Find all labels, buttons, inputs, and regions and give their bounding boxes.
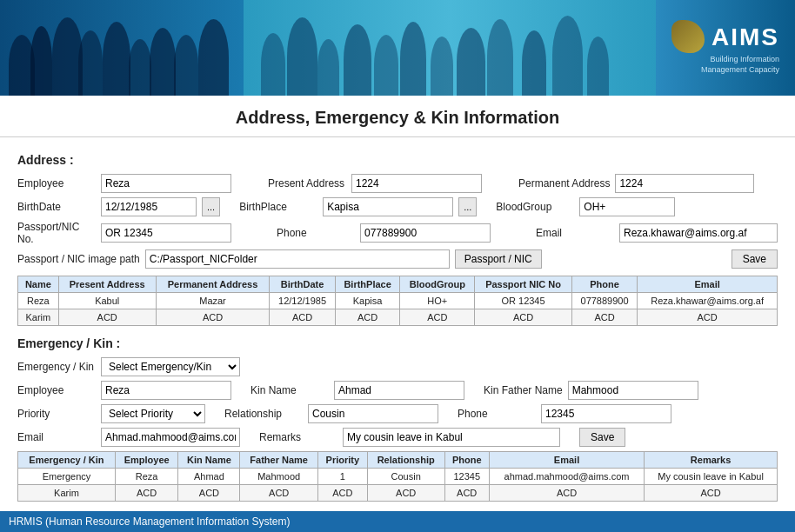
address-section-title: Address : bbox=[17, 153, 778, 167]
table-cell: ACD bbox=[156, 309, 270, 326]
table-cell: Reza bbox=[18, 293, 59, 309]
bloodgroup-input[interactable] bbox=[579, 197, 675, 216]
phone-input[interactable] bbox=[360, 223, 491, 243]
ecol-employee: Employee bbox=[115, 452, 177, 469]
footer-bar: HRMIS (Human Resource Management Informa… bbox=[0, 511, 795, 521]
col-phone: Phone bbox=[571, 276, 637, 293]
aims-subtitle: Building Information Management Capacity bbox=[671, 55, 779, 75]
ecol-email: Email bbox=[489, 452, 644, 469]
passport-nic-btn[interactable]: Passport / NIC bbox=[455, 249, 542, 269]
aims-logo: AIMS Building Information Management Cap… bbox=[671, 20, 779, 75]
table-cell: 12/12/1985 bbox=[270, 293, 335, 309]
table-cell: Kabul bbox=[58, 293, 156, 309]
table-cell: ahmad.mahmood@aims.com bbox=[489, 469, 644, 485]
table-cell: Karim bbox=[18, 309, 59, 326]
phone-label: Phone bbox=[277, 227, 355, 239]
address-save-btn[interactable]: Save bbox=[732, 249, 778, 269]
col-name: Name bbox=[18, 276, 59, 293]
table-cell: Cousin bbox=[367, 469, 444, 485]
present-address-input[interactable] bbox=[351, 174, 482, 193]
col-bloodgroup: BloodGroup bbox=[400, 276, 475, 293]
table-row: EmergencyRezaAhmadMahmood1Cousin12345ahm… bbox=[18, 469, 778, 485]
emergency-kin-row: Emergency / Kin Select Emergency/Kin Eme… bbox=[17, 357, 778, 376]
col-present-address: Present Address bbox=[58, 276, 156, 293]
table-cell: ACD bbox=[317, 485, 367, 502]
table-row: KarimACDACDACDACDACDACDACDACD bbox=[18, 485, 778, 502]
table-cell: ACD bbox=[444, 485, 489, 502]
table-cell: ACD bbox=[115, 485, 177, 502]
table-cell: Reza.khawar@aims.org.af bbox=[638, 293, 778, 309]
relationship-label: Relationship bbox=[224, 408, 303, 420]
image-path-row: Passport / NIC image path Passport / NIC… bbox=[17, 249, 778, 269]
header-banner: AIMS Building Information Management Cap… bbox=[0, 0, 795, 96]
col-birthplace: BirthPlace bbox=[335, 276, 400, 293]
emergency-table: Emergency / Kin Employee Kin Name Father… bbox=[17, 451, 778, 502]
table-cell: Reza bbox=[115, 469, 177, 485]
table-cell: Emergency bbox=[18, 469, 116, 485]
birthplace-picker-btn[interactable]: ... bbox=[458, 197, 477, 216]
table-cell: ACD bbox=[367, 485, 444, 502]
main-content: Address : Employee Present Address Perma… bbox=[0, 137, 795, 521]
birthdate-picker-btn[interactable]: ... bbox=[202, 197, 220, 216]
emergency-kin-label: Emergency / Kin bbox=[17, 361, 96, 373]
relationship-input[interactable] bbox=[308, 404, 438, 423]
aims-logo-text: AIMS bbox=[711, 23, 779, 51]
table-row: RezaKabulMazar12/12/1985KapisaHO+OR 1234… bbox=[18, 293, 778, 309]
table-cell: HO+ bbox=[400, 293, 475, 309]
emerg-phone-input[interactable] bbox=[541, 404, 671, 423]
table-cell: 1 bbox=[317, 469, 367, 485]
remarks-input[interactable] bbox=[343, 428, 560, 447]
table-cell: My cousin leave in Kabul bbox=[645, 469, 778, 485]
image-path-label: Passport / NIC image path bbox=[17, 253, 140, 265]
ecol-priority: Priority bbox=[317, 452, 367, 469]
emergency-row-2: Priority Select Priority 1 2 3 Relations… bbox=[17, 404, 778, 423]
priority-select[interactable]: Select Priority 1 2 3 bbox=[101, 404, 205, 423]
present-address-label: Present Address bbox=[268, 177, 346, 190]
emerg-employee-label: Employee bbox=[17, 384, 96, 396]
table-cell: ACD bbox=[571, 309, 637, 326]
address-row-1: Employee Present Address Permanent Addre… bbox=[17, 174, 778, 193]
ecol-kin-name: Kin Name bbox=[178, 452, 240, 469]
emerg-phone-label: Phone bbox=[458, 408, 536, 420]
permanent-address-input[interactable] bbox=[615, 174, 754, 193]
ecol-phone: Phone bbox=[444, 452, 489, 469]
priority-label: Priority bbox=[17, 408, 96, 420]
address-table: Name Present Address Permanent Address B… bbox=[17, 276, 778, 326]
ecol-remarks: Remarks bbox=[645, 452, 778, 469]
table-cell: Karim bbox=[18, 485, 116, 502]
emergency-row-1: Employee Kin Name Kin Father Name bbox=[17, 381, 778, 400]
table-cell: ACD bbox=[178, 485, 240, 502]
table-cell: ACD bbox=[475, 309, 572, 326]
passport-nic-input[interactable] bbox=[101, 223, 231, 243]
table-cell: ACD bbox=[240, 485, 317, 502]
kin-father-name-input[interactable] bbox=[568, 381, 698, 400]
table-cell: 077889900 bbox=[571, 293, 637, 309]
address-row-3: Passport/NIC No. Phone Email bbox=[17, 221, 778, 245]
kin-name-input[interactable] bbox=[334, 381, 464, 400]
image-path-input[interactable] bbox=[145, 249, 450, 269]
birthplace-input[interactable] bbox=[323, 197, 453, 216]
ecol-relationship: Relationship bbox=[367, 452, 444, 469]
col-permanent-address: Permanent Address bbox=[156, 276, 270, 293]
logo-area: AIMS Building Information Management Cap… bbox=[656, 0, 795, 96]
page-title: Address, Emergency & Kin Information bbox=[0, 108, 795, 128]
banner-left bbox=[0, 0, 244, 96]
emergency-row-3: Email Remarks Save bbox=[17, 428, 778, 447]
emergency-save-btn[interactable]: Save bbox=[579, 428, 625, 447]
birthplace-label: BirthPlace bbox=[239, 201, 317, 213]
table-cell: ACD bbox=[638, 309, 778, 326]
emerg-employee-input[interactable] bbox=[101, 381, 231, 400]
email-input[interactable] bbox=[619, 223, 778, 243]
remarks-label: Remarks bbox=[259, 431, 337, 443]
ecol-father-name: Father Name bbox=[240, 452, 317, 469]
employee-input[interactable] bbox=[101, 174, 231, 193]
emergency-kin-select[interactable]: Select Emergency/Kin Emergency Kin bbox=[101, 357, 240, 376]
table-cell: Mazar bbox=[156, 293, 270, 309]
emerg-email-label: Email bbox=[17, 431, 96, 443]
table-cell: 12345 bbox=[444, 469, 489, 485]
email-label: Email bbox=[536, 227, 614, 239]
table-cell: ACD bbox=[335, 309, 400, 326]
ecol-emergency-kin: Emergency / Kin bbox=[18, 452, 116, 469]
birthdate-input[interactable] bbox=[101, 197, 197, 216]
emerg-email-input[interactable] bbox=[101, 428, 240, 447]
